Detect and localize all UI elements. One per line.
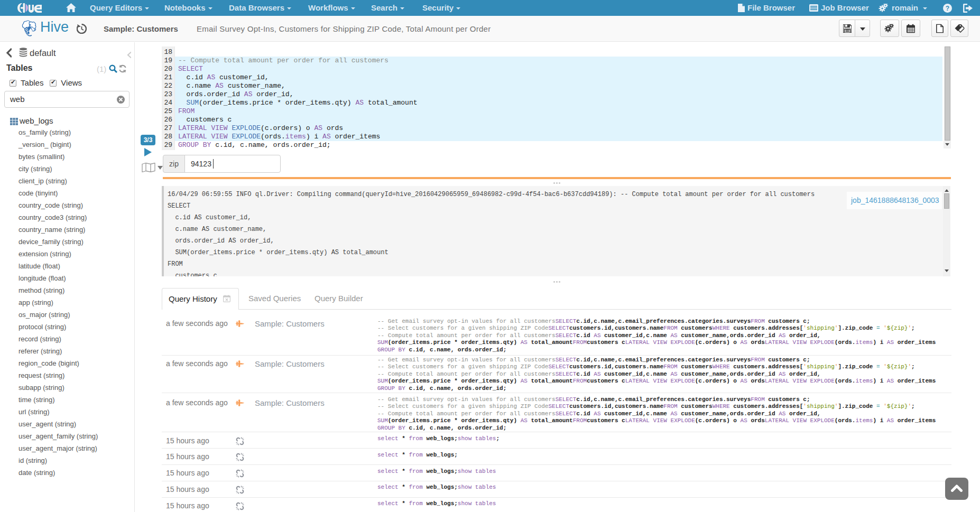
- svg-text:?: ?: [946, 5, 949, 12]
